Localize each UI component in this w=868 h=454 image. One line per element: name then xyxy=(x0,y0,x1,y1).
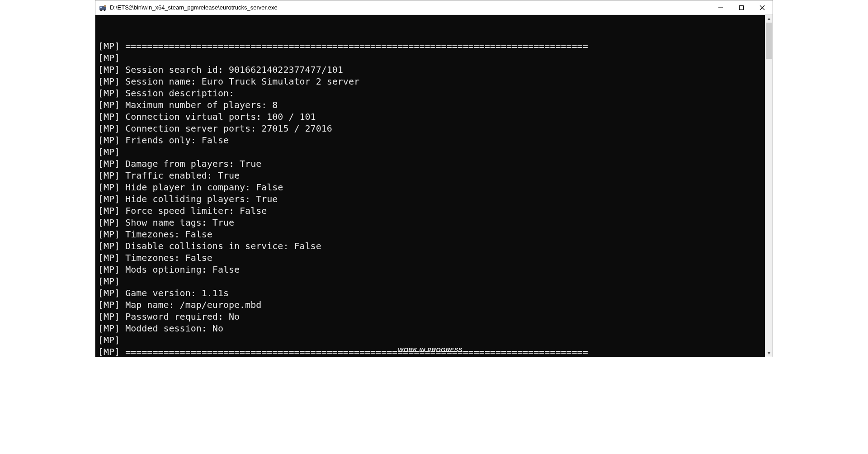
console-line: [MP] xyxy=(98,334,762,346)
console-output[interactable]: [MP] ===================================… xyxy=(95,15,765,357)
vertical-scrollbar[interactable] xyxy=(765,15,773,357)
close-button[interactable] xyxy=(752,0,773,15)
console-line: [MP] Session search id: 9016621402237747… xyxy=(98,64,762,76)
console-line: [MP] Hide colliding players: True xyxy=(98,193,762,205)
svg-marker-9 xyxy=(768,18,770,20)
app-window: D:\ETS2\bin\win_x64_steam_pgmrelease\eur… xyxy=(95,0,773,357)
client-area: [MP] ===================================… xyxy=(95,15,773,357)
scroll-down-button[interactable] xyxy=(765,349,773,357)
console-line: [MP] Hide player in company: False xyxy=(98,181,762,193)
maximize-button[interactable] xyxy=(731,0,752,15)
svg-rect-4 xyxy=(104,5,106,7)
console-line: [MP] Map name: /map/europe.mbd xyxy=(98,299,762,311)
svg-point-2 xyxy=(100,9,102,10)
window-title: D:\ETS2\bin\win_x64_steam_pgmrelease\eur… xyxy=(110,4,278,11)
title-bar[interactable]: D:\ETS2\bin\win_x64_steam_pgmrelease\eur… xyxy=(95,0,773,15)
console-line: [MP] Maximum number of players: 8 xyxy=(98,99,762,111)
scrollbar-track[interactable] xyxy=(765,23,773,349)
console-line: [MP] Timezones: False xyxy=(98,252,762,264)
console-line: [MP] Timezones: False xyxy=(98,228,762,240)
svg-point-3 xyxy=(104,9,105,10)
console-line: [MP] ===================================… xyxy=(98,40,762,52)
console-line: [MP] Mods optioning: False xyxy=(98,264,762,275)
console-line: [MP] Damage from players: True xyxy=(98,158,762,170)
console-line: [MP] Modded session: No xyxy=(98,322,762,334)
scroll-up-button[interactable] xyxy=(765,15,773,23)
console-line: [MP] Disable collisions in service: Fals… xyxy=(98,240,762,252)
console-line: [MP] xyxy=(98,146,762,158)
console-line: [MP] Connection server ports: 27015 / 27… xyxy=(98,123,762,134)
scrollbar-thumb[interactable] xyxy=(766,23,772,59)
console-line: [MP] Connection virtual ports: 100 / 101 xyxy=(98,111,762,123)
minimize-button[interactable] xyxy=(710,0,731,15)
console-line: [MP] Friends only: False xyxy=(98,134,762,146)
watermark-text: WORK IN PROGRESS xyxy=(398,346,462,354)
console-line: [MP] Game version: 1.11s xyxy=(98,287,762,299)
console-line: [MP] Password required: No xyxy=(98,311,762,322)
console-line: [MP] xyxy=(98,52,762,64)
svg-marker-10 xyxy=(768,352,770,355)
console-line: [MP] Session description: xyxy=(98,87,762,99)
console-line: [MP] Force speed limiter: False xyxy=(98,205,762,217)
svg-rect-6 xyxy=(740,5,744,9)
console-line: [MP] xyxy=(98,275,762,287)
svg-rect-1 xyxy=(100,6,102,8)
console-line: [MP] Show name tags: True xyxy=(98,217,762,228)
console-line: [MP] Session name: Euro Truck Simulator … xyxy=(98,76,762,87)
console-line: [MP] Traffic enabled: True xyxy=(98,170,762,181)
app-icon xyxy=(99,4,107,12)
